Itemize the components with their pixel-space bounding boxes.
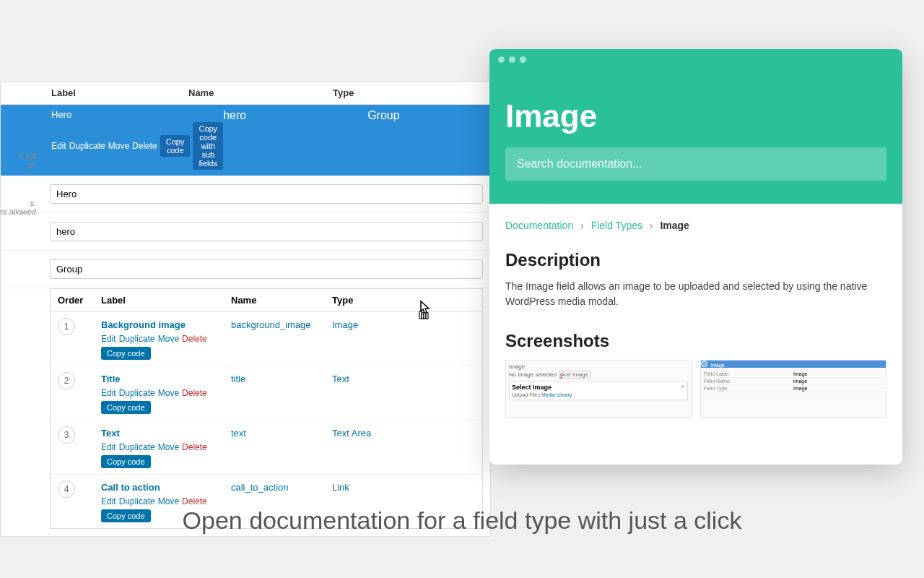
sub-col-label: Label bbox=[101, 295, 231, 306]
duplicate-link[interactable]: Duplicate bbox=[119, 496, 155, 506]
table-row[interactable]: 2TitleEdit Duplicate Move Delete Copy co… bbox=[51, 366, 482, 420]
col-header-type: Type bbox=[333, 87, 483, 98]
doc-body: Documentation › Field Types › Image Desc… bbox=[489, 204, 902, 434]
col-header-name: Name bbox=[188, 87, 333, 98]
subfields-header: Order Label Name Type bbox=[51, 289, 482, 312]
field-label-link[interactable]: Call to action bbox=[101, 482, 160, 493]
duplicate-link[interactable]: Duplicate bbox=[119, 442, 155, 452]
table-row[interactable]: 1Background imageEdit Duplicate Move Del… bbox=[51, 312, 482, 366]
move-link[interactable]: Move bbox=[158, 334, 179, 344]
field-type-link[interactable]: Text Area bbox=[332, 428, 371, 439]
breadcrumb: Documentation › Field Types › Image bbox=[505, 220, 886, 231]
duplicate-link[interactable]: Duplicate bbox=[119, 388, 155, 398]
description-text: The Image field allows an image to be up… bbox=[505, 279, 886, 309]
field-label-link[interactable]: Text bbox=[101, 428, 120, 439]
edit-link[interactable]: Edit bbox=[101, 388, 116, 398]
subfields-table: Order Label Name Type 1Background imageE… bbox=[50, 288, 483, 529]
sub-col-type: Type bbox=[332, 295, 475, 306]
description-heading: Description bbox=[505, 250, 886, 270]
col-header-label: Label bbox=[8, 87, 188, 98]
order-badge: 3 bbox=[58, 426, 75, 444]
edit-link[interactable]: Edit bbox=[51, 141, 66, 151]
shot-tab: Media Library bbox=[541, 392, 572, 397]
selected-field-row[interactable]: Hero Edit Duplicate Move Delete Copy cod… bbox=[1, 105, 490, 176]
edit-link[interactable]: Edit bbox=[101, 496, 116, 506]
screenshots-heading: Screenshots bbox=[505, 331, 886, 351]
delete-link[interactable]: Delete bbox=[182, 334, 207, 344]
type-input[interactable] bbox=[50, 259, 483, 279]
shot-noimg: No image selected bbox=[509, 371, 557, 378]
shot-row-label: Field Label bbox=[704, 371, 793, 376]
copy-code-button[interactable]: Copy code bbox=[101, 401, 151, 414]
breadcrumb-current: Image bbox=[660, 220, 689, 231]
screenshot-thumb[interactable]: Image Field LabelImageField NameimageFie… bbox=[700, 360, 886, 418]
field-name-link[interactable]: background_image bbox=[231, 319, 311, 330]
edit-link[interactable]: Edit bbox=[101, 442, 116, 452]
sub-col-order: Order bbox=[58, 295, 101, 306]
shot-label: Image bbox=[509, 363, 688, 370]
shot-row-value: Image bbox=[793, 386, 883, 391]
screenshot-thumb[interactable]: Image No image selected Add Image ↘ Sele… bbox=[505, 360, 692, 418]
field-type-link[interactable]: Text bbox=[332, 374, 349, 384]
breadcrumb-root[interactable]: Documentation bbox=[505, 220, 573, 231]
close-icon: × bbox=[681, 383, 684, 390]
hint-text-2: s. es allowed bbox=[0, 199, 36, 216]
field-type-link[interactable]: Image bbox=[332, 319, 358, 330]
edit-link[interactable]: Edit bbox=[101, 334, 116, 344]
badge-icon bbox=[701, 361, 707, 367]
duplicate-link[interactable]: Duplicate bbox=[119, 334, 155, 344]
type-input-row bbox=[1, 251, 490, 288]
name-input-row bbox=[1, 213, 490, 251]
move-link[interactable]: Move bbox=[158, 442, 179, 452]
window-dot-icon bbox=[520, 56, 526, 63]
order-badge: 1 bbox=[58, 318, 75, 335]
window-titlebar bbox=[489, 49, 902, 69]
table-row[interactable]: 3TextEdit Duplicate Move Delete Copy cod… bbox=[51, 420, 482, 475]
sub-col-name: Name bbox=[231, 295, 332, 306]
delete-link[interactable]: Delete bbox=[182, 442, 207, 452]
shot-row-value: image bbox=[793, 379, 883, 384]
selected-field-type: Group bbox=[367, 109, 483, 122]
field-label-link[interactable]: Title bbox=[101, 374, 121, 384]
field-name-link[interactable]: title bbox=[231, 374, 245, 384]
field-name-link[interactable]: text bbox=[231, 428, 246, 439]
duplicate-link[interactable]: Duplicate bbox=[69, 141, 105, 151]
selected-field-name: hero bbox=[223, 109, 367, 122]
label-input[interactable] bbox=[50, 184, 483, 204]
name-input[interactable] bbox=[50, 222, 483, 241]
field-name-link[interactable]: call_to_action bbox=[231, 482, 289, 493]
move-link[interactable]: Move bbox=[108, 141, 129, 151]
doc-search-input[interactable] bbox=[505, 147, 886, 181]
order-badge: 2 bbox=[58, 372, 75, 389]
shot-modal-title: Select Image bbox=[512, 384, 685, 391]
field-type-link[interactable]: Link bbox=[332, 482, 349, 493]
delete-link[interactable]: Delete bbox=[182, 388, 207, 398]
field-label-link[interactable]: Background image bbox=[101, 319, 186, 330]
order-badge: 4 bbox=[58, 480, 75, 498]
chevron-right-icon: › bbox=[650, 220, 653, 231]
copy-code-sub-button[interactable]: Copy code with sub fields bbox=[193, 122, 223, 170]
shot-tab: Upload Files bbox=[512, 392, 540, 397]
doc-title: Image bbox=[505, 98, 886, 134]
copy-code-button[interactable]: Copy code bbox=[160, 135, 191, 157]
copy-code-button[interactable]: Copy code bbox=[101, 347, 151, 360]
arrow-icon: ↘ bbox=[557, 371, 565, 381]
move-link[interactable]: Move bbox=[158, 388, 179, 398]
shot-row-value: Image bbox=[793, 371, 883, 376]
shot-row-label: Field Name bbox=[704, 379, 793, 384]
copy-code-button[interactable]: Copy code bbox=[101, 455, 151, 468]
field-editor-panel: Label Name Type Hero Edit Duplicate Move… bbox=[0, 81, 491, 537]
delete-link[interactable]: Delete bbox=[132, 141, 157, 151]
feature-caption: Open documentation for a field type with… bbox=[0, 506, 924, 535]
chevron-right-icon: › bbox=[580, 220, 584, 231]
label-input-row bbox=[1, 176, 490, 213]
window-dot-icon bbox=[509, 56, 515, 63]
move-link[interactable]: Move bbox=[158, 496, 179, 506]
doc-hero: Image bbox=[489, 69, 902, 204]
screenshots-row: Image No image selected Add Image ↘ Sele… bbox=[505, 360, 886, 418]
window-dot-icon bbox=[498, 56, 505, 63]
hint-text-1: h will ge bbox=[0, 152, 36, 169]
breadcrumb-section[interactable]: Field Types bbox=[591, 220, 642, 231]
shot-bar-label: Image bbox=[710, 363, 724, 368]
delete-link[interactable]: Delete bbox=[182, 496, 207, 506]
